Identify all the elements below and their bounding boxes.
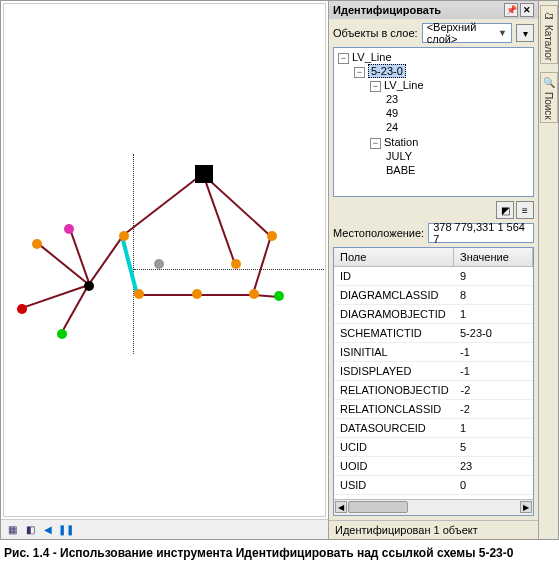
- canvas-toolbar: ▦ ◧ ◀ ❚❚: [1, 519, 328, 539]
- tab-search[interactable]: 🔍 Поиск: [540, 72, 558, 123]
- tree-subline[interactable]: LV_Line: [384, 79, 424, 91]
- tree-leaf[interactable]: JULY: [386, 149, 531, 163]
- graph-node[interactable]: [57, 329, 67, 339]
- tab-search-label: Поиск: [543, 92, 554, 120]
- graph-node[interactable]: [154, 259, 164, 269]
- tree-leaf[interactable]: 49: [386, 106, 531, 120]
- graph-node[interactable]: [134, 289, 144, 299]
- cell-field: ISDISPLAYED: [334, 362, 454, 380]
- panel-title: Идентифицировать: [333, 4, 441, 16]
- crosshair-line: [133, 154, 134, 354]
- schematic-canvas[interactable]: [3, 3, 326, 517]
- grid-row[interactable]: SCHEMATICTID5-23-0: [334, 324, 533, 343]
- graph-node[interactable]: [274, 291, 284, 301]
- cell-field: RELATIONOBJECTID: [334, 381, 455, 399]
- catalog-icon: 🗂: [542, 8, 556, 22]
- scroll-right-icon[interactable]: ▶: [520, 501, 532, 513]
- location-input[interactable]: 378 779,331 1 564 7: [428, 223, 534, 243]
- tree-root[interactable]: LV_Line: [352, 51, 392, 63]
- grid-row[interactable]: UOID23: [334, 457, 533, 476]
- canvas-pane: ▦ ◧ ◀ ❚❚: [1, 1, 329, 539]
- side-tabs: 🗂 Каталог 🔍 Поиск: [538, 1, 558, 539]
- grid-row[interactable]: RELATIONOBJECTID-2: [334, 381, 533, 400]
- toolbar-btn-pause[interactable]: ❚❚: [58, 522, 74, 538]
- graph-node[interactable]: [17, 304, 27, 314]
- grid-row[interactable]: ISINITIAL-1: [334, 343, 533, 362]
- grid-row[interactable]: RELATIONCLASSID-2: [334, 400, 533, 419]
- cell-field: DATASOURCEID: [334, 419, 454, 437]
- cell-field: RELATIONCLASSID: [334, 400, 454, 418]
- toolbar-btn-2[interactable]: ◧: [22, 522, 38, 538]
- layer-value: <Верхний слой>: [427, 21, 498, 45]
- status-bar: Идентифицирован 1 объект: [329, 520, 538, 539]
- cell-field: ID: [334, 267, 454, 285]
- graph-node[interactable]: [195, 165, 213, 183]
- location-value: 378 779,331 1 564 7: [433, 221, 529, 245]
- cell-value: -1: [454, 362, 533, 380]
- panel-body: Объекты в слое: <Верхний слой> ▼ ▾ −LV_L…: [329, 19, 538, 520]
- cell-field: ISINITIAL: [334, 343, 454, 361]
- graph-node[interactable]: [267, 231, 277, 241]
- cell-field: DIAGRAMOBJECTID: [334, 305, 454, 323]
- cell-field: DIAGRAMCLASSID: [334, 286, 454, 304]
- tree-toggle[interactable]: −: [354, 67, 365, 78]
- pin-button[interactable]: 📌: [504, 3, 518, 17]
- h-scrollbar[interactable]: ◀ ▶: [334, 499, 533, 515]
- grid-row[interactable]: ISDISPLAYED-1: [334, 362, 533, 381]
- grid-header: Поле Значение: [334, 248, 533, 267]
- grid-row[interactable]: USID0: [334, 476, 533, 495]
- tab-catalog-label: Каталог: [543, 25, 554, 61]
- tree-station[interactable]: Station: [384, 136, 418, 148]
- grid-row[interactable]: DIAGRAMOBJECTID1: [334, 305, 533, 324]
- graph-node[interactable]: [64, 224, 74, 234]
- tree-selected[interactable]: 5-23-0: [368, 64, 406, 78]
- tree-toggle[interactable]: −: [338, 53, 349, 64]
- tab-catalog[interactable]: 🗂 Каталог: [540, 5, 558, 64]
- grid-row[interactable]: DATASOURCEID1: [334, 419, 533, 438]
- tree-leaf[interactable]: 24: [386, 120, 531, 134]
- graph-edge: [139, 294, 197, 296]
- grid-row[interactable]: DIAGRAMCLASSID8: [334, 286, 533, 305]
- tool-button-2[interactable]: ≡: [516, 201, 534, 219]
- tree-toggle[interactable]: −: [370, 81, 381, 92]
- tree-toggle[interactable]: −: [370, 138, 381, 149]
- cell-value: 5: [454, 438, 533, 456]
- app-window: ▦ ◧ ◀ ❚❚ Идентифицировать 📌 ✕ Объекты в …: [0, 0, 559, 540]
- attribute-grid: Поле Значение ID9DIAGRAMCLASSID8DIAGRAMO…: [333, 247, 534, 516]
- cell-value: 5-23-0: [454, 324, 533, 342]
- graph-node[interactable]: [84, 281, 94, 291]
- layer-options-button[interactable]: ▾: [516, 24, 534, 42]
- cell-field: USID: [334, 476, 454, 494]
- head-field[interactable]: Поле: [334, 248, 454, 266]
- toolbar-btn-prev[interactable]: ◀: [40, 522, 56, 538]
- toolbar-btn-1[interactable]: ▦: [4, 522, 20, 538]
- cell-value: -2: [455, 381, 533, 399]
- graph-node[interactable]: [249, 289, 259, 299]
- location-label: Местоположение:: [333, 227, 424, 239]
- head-value[interactable]: Значение: [454, 248, 533, 266]
- layer-select[interactable]: <Верхний слой> ▼: [422, 23, 512, 43]
- graph-node[interactable]: [231, 259, 241, 269]
- scroll-left-icon[interactable]: ◀: [335, 501, 347, 513]
- tree-leaf[interactable]: 23: [386, 92, 531, 106]
- cell-value: -1: [454, 343, 533, 361]
- tool-button-1[interactable]: ◩: [496, 201, 514, 219]
- feature-tree[interactable]: −LV_Line −5-23-0 −LV_Line 23 49 24: [333, 47, 534, 197]
- scroll-thumb[interactable]: [348, 501, 408, 513]
- close-button[interactable]: ✕: [520, 3, 534, 17]
- grid-row[interactable]: UCID5: [334, 438, 533, 457]
- graph-edge: [120, 236, 139, 295]
- cell-value: -2: [454, 400, 533, 418]
- graph-node[interactable]: [32, 239, 42, 249]
- tree-leaf[interactable]: BABE: [386, 163, 531, 177]
- cell-field: UCID: [334, 438, 454, 456]
- graph-node[interactable]: [192, 289, 202, 299]
- graph-edge: [21, 284, 89, 309]
- tree-tools: ◩ ≡: [333, 201, 534, 219]
- cell-value: 9: [454, 267, 533, 285]
- grid-row[interactable]: ID9: [334, 267, 533, 286]
- cell-value: 1: [454, 305, 533, 323]
- panel-titlebar: Идентифицировать 📌 ✕: [329, 1, 538, 19]
- graph-node[interactable]: [119, 231, 129, 241]
- grid-body[interactable]: ID9DIAGRAMCLASSID8DIAGRAMOBJECTID1SCHEMA…: [334, 267, 533, 499]
